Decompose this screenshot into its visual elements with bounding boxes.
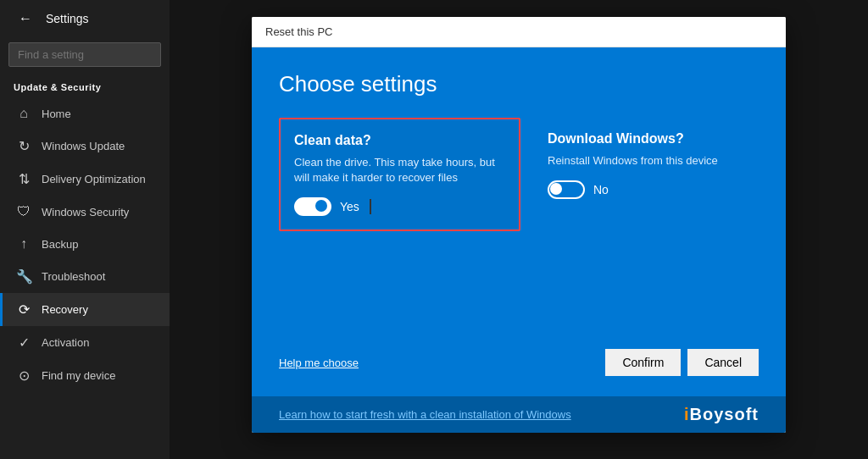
sidebar-item-label: Windows Security bbox=[42, 206, 129, 218]
sidebar-item-windows-update[interactable]: ↻ Windows Update bbox=[0, 130, 170, 163]
brand-logo: iBoysoft bbox=[684, 405, 759, 424]
download-desc: Reinstall Windows from this device bbox=[548, 153, 759, 169]
cancel-button[interactable]: Cancel bbox=[687, 349, 759, 376]
confirm-button[interactable]: Confirm bbox=[605, 349, 681, 376]
dialog-heading: Choose settings bbox=[279, 71, 759, 97]
app-title: Settings bbox=[46, 12, 89, 25]
sidebar-item-find-device[interactable]: ⊙ Find my device bbox=[0, 359, 170, 392]
option-clean-data: Clean data? Clean the drive. This may ta… bbox=[279, 118, 520, 231]
section-label: Update & Security bbox=[0, 72, 170, 97]
sidebar-item-label: Activation bbox=[42, 336, 89, 349]
dialog-title: Reset this PC bbox=[265, 25, 332, 38]
troubleshoot-icon: 🔧 bbox=[16, 268, 31, 285]
sidebar: ← Settings Update & Security ⌂ Home ↻ Wi… bbox=[0, 0, 170, 459]
sidebar-item-delivery-optimization[interactable]: ⇅ Delivery Optimization bbox=[0, 163, 170, 196]
download-title: Download Windows? bbox=[548, 131, 759, 147]
dialog-backdrop: Reset this PC Choose settings Clean data… bbox=[170, 0, 868, 459]
options-row: Clean data? Clean the drive. This may ta… bbox=[279, 118, 759, 231]
sidebar-item-recovery[interactable]: ⟳ Recovery bbox=[0, 293, 170, 326]
main-content: Reset this PC Choose settings Clean data… bbox=[170, 0, 868, 459]
download-toggle-row: No bbox=[548, 180, 759, 199]
sidebar-item-windows-security[interactable]: 🛡 Windows Security bbox=[0, 196, 170, 228]
back-button[interactable]: ← bbox=[14, 9, 37, 28]
dialog-footer: Help me choose Confirm Cancel bbox=[252, 335, 786, 396]
sidebar-item-label: Recovery bbox=[42, 303, 88, 316]
recovery-icon: ⟳ bbox=[16, 301, 31, 318]
help-link[interactable]: Help me choose bbox=[279, 357, 359, 369]
option-download-windows: Download Windows? Reinstall Windows from… bbox=[548, 118, 759, 231]
dialog-bottom-bar: Learn how to start fresh with a clean in… bbox=[252, 396, 786, 433]
download-toggle[interactable] bbox=[548, 180, 585, 199]
search-input[interactable] bbox=[8, 42, 161, 67]
dialog-body: Choose settings Clean data? Clean the dr… bbox=[252, 47, 786, 335]
dialog-titlebar: Reset this PC bbox=[252, 17, 786, 47]
home-icon: ⌂ bbox=[16, 106, 31, 121]
delivery-icon: ⇅ bbox=[16, 171, 31, 187]
reset-pc-dialog: Reset this PC Choose settings Clean data… bbox=[252, 17, 786, 433]
activation-icon: ✓ bbox=[16, 335, 31, 351]
dialog-buttons: Confirm Cancel bbox=[605, 349, 759, 376]
update-icon: ↻ bbox=[16, 138, 31, 154]
clean-toggle-label: Yes bbox=[340, 200, 359, 213]
cursor-indicator bbox=[370, 199, 371, 214]
sidebar-item-backup[interactable]: ↑ Backup bbox=[0, 228, 170, 260]
sidebar-item-label: Backup bbox=[42, 238, 78, 251]
download-toggle-label: No bbox=[593, 183, 609, 196]
sidebar-item-label: Home bbox=[42, 108, 71, 120]
bottom-bar-link[interactable]: Learn how to start fresh with a clean in… bbox=[279, 408, 571, 421]
clean-toggle-row: Yes bbox=[294, 197, 505, 216]
security-icon: 🛡 bbox=[16, 204, 31, 219]
sidebar-item-activation[interactable]: ✓ Activation bbox=[0, 326, 170, 359]
sidebar-item-label: Troubleshoot bbox=[42, 270, 105, 283]
clean-data-desc: Clean the drive. This may take hours, bu… bbox=[294, 155, 505, 185]
backup-icon: ↑ bbox=[16, 236, 31, 252]
sidebar-item-home[interactable]: ⌂ Home bbox=[0, 97, 170, 130]
clean-data-toggle[interactable] bbox=[294, 197, 331, 216]
sidebar-item-label: Windows Update bbox=[42, 140, 125, 152]
find-device-icon: ⊙ bbox=[16, 368, 31, 384]
sidebar-item-label: Delivery Optimization bbox=[42, 173, 146, 185]
sidebar-header: ← Settings bbox=[0, 0, 170, 37]
sidebar-item-troubleshoot[interactable]: 🔧 Troubleshoot bbox=[0, 260, 170, 293]
sidebar-item-label: Find my device bbox=[42, 369, 115, 382]
clean-data-title: Clean data? bbox=[294, 133, 505, 148]
